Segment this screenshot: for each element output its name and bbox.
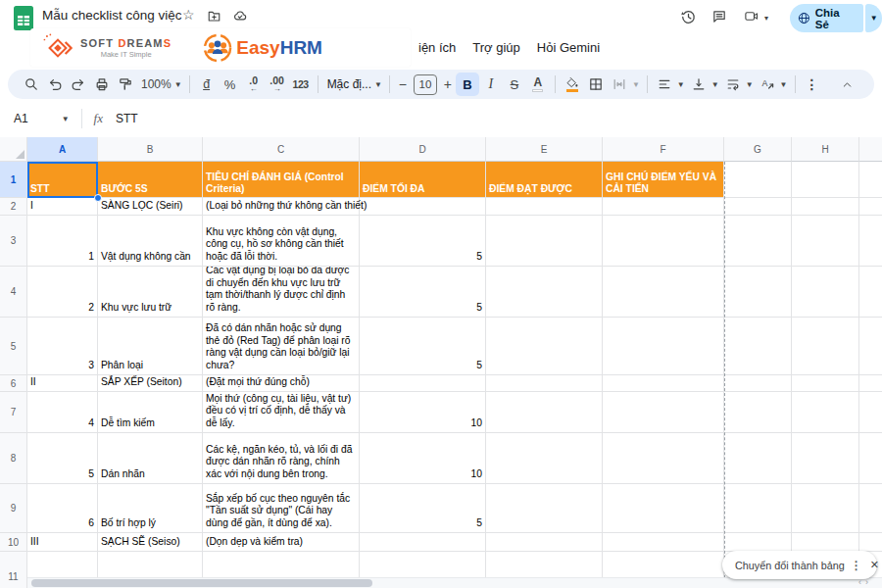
- cell[interactable]: 1: [27, 216, 98, 267]
- cell[interactable]: [486, 216, 603, 267]
- cell[interactable]: [792, 318, 859, 375]
- font-dropdown-icon[interactable]: ▼: [374, 80, 382, 89]
- cell[interactable]: [792, 433, 859, 484]
- borders-button[interactable]: [584, 73, 608, 96]
- row-header-5[interactable]: 5: [0, 318, 27, 375]
- undo-icon[interactable]: [43, 73, 67, 96]
- column-header-E[interactable]: E: [486, 137, 603, 162]
- version-history-icon[interactable]: [680, 9, 697, 28]
- cell[interactable]: [859, 216, 882, 267]
- cell[interactable]: 5: [360, 318, 486, 375]
- cell[interactable]: GHI CHÚ ĐIỂM YẾU VÀ CẢI TIẾN: [603, 162, 724, 198]
- comments-icon[interactable]: [711, 9, 727, 27]
- column-header-G[interactable]: G: [724, 137, 792, 162]
- row-header-8[interactable]: 8: [0, 433, 27, 484]
- column-header-B[interactable]: B: [98, 137, 203, 162]
- cell[interactable]: 6: [27, 484, 98, 533]
- cell[interactable]: [859, 433, 882, 484]
- menu-item-extensions[interactable]: iện ích: [418, 40, 456, 55]
- strikethrough-button[interactable]: S: [503, 73, 526, 96]
- cell[interactable]: [486, 533, 603, 552]
- cell[interactable]: [603, 375, 724, 392]
- paint-format-icon[interactable]: [114, 73, 137, 96]
- cell[interactable]: Vật dụng không cần: [98, 216, 203, 267]
- cell[interactable]: [724, 216, 792, 267]
- cell[interactable]: [792, 375, 859, 392]
- column-header-D[interactable]: D: [360, 137, 486, 162]
- cell[interactable]: III: [27, 533, 98, 552]
- cell[interactable]: [360, 375, 486, 392]
- cell[interactable]: [724, 484, 792, 533]
- cell[interactable]: ĐIỂM ĐẠT ĐƯỢC: [486, 162, 603, 198]
- font-size-input[interactable]: 10: [414, 74, 437, 95]
- zoom-control[interactable]: 100%: [141, 77, 172, 91]
- formula-bar-input[interactable]: STT: [116, 112, 138, 125]
- cell[interactable]: Sắp xếp bố cục theo nguyên tắc "Tần suất…: [203, 484, 360, 533]
- column-header-C[interactable]: C: [203, 137, 360, 162]
- cell[interactable]: [603, 198, 724, 216]
- cell[interactable]: (Dọn dẹp và kiểm tra): [203, 533, 360, 552]
- move-folder-icon[interactable]: [207, 9, 221, 26]
- italic-button[interactable]: I: [479, 73, 503, 96]
- text-color-button[interactable]: A: [526, 73, 550, 96]
- cell[interactable]: [859, 318, 882, 375]
- row-header-1[interactable]: 1: [0, 162, 27, 198]
- cell[interactable]: [859, 267, 882, 318]
- cell[interactable]: [792, 198, 859, 216]
- cell[interactable]: I: [27, 198, 98, 216]
- cell[interactable]: Khu vực không còn vật dụng, công cụ, hồ …: [203, 216, 360, 267]
- cell[interactable]: [486, 267, 603, 318]
- row-header-4[interactable]: 4: [0, 267, 27, 318]
- cell[interactable]: [792, 267, 859, 318]
- share-dropdown-button[interactable]: ▼: [865, 4, 882, 32]
- fill-handle[interactable]: [94, 194, 102, 202]
- row-header-9[interactable]: 9: [0, 484, 27, 533]
- cell[interactable]: [486, 198, 603, 216]
- cloud-status-icon[interactable]: [232, 9, 248, 26]
- cell[interactable]: 5: [360, 216, 486, 267]
- cell[interactable]: [792, 533, 859, 552]
- decrease-decimal-button[interactable]: .0←: [242, 73, 266, 96]
- vertical-align-dropdown-icon[interactable]: ▼: [711, 80, 719, 89]
- cell[interactable]: [792, 484, 859, 533]
- collapse-toolbar-icon[interactable]: [835, 73, 858, 96]
- column-header-F[interactable]: F: [603, 137, 724, 162]
- cell[interactable]: 4: [27, 392, 98, 433]
- cell[interactable]: Đã có dán nhãn hoặc sử dụng thẻ đỏ (Red …: [203, 318, 360, 375]
- font-family-select[interactable]: Mặc đị...: [327, 77, 371, 91]
- cell[interactable]: [603, 533, 724, 552]
- cell[interactable]: [486, 375, 603, 392]
- document-title[interactable]: Mẫu checklist công việc: [42, 8, 182, 23]
- horizontal-align-button[interactable]: [653, 73, 676, 96]
- pill-close-icon[interactable]: ✕: [870, 559, 879, 571]
- column-header-partial[interactable]: [859, 137, 882, 162]
- increase-font-size-button[interactable]: +: [440, 76, 456, 92]
- cell[interactable]: Các vật dụng bị loại bỏ đã được di chuyể…: [203, 267, 360, 318]
- cell[interactable]: (Loại bỏ những thứ không cần thiết): [203, 198, 360, 216]
- cell[interactable]: 10: [360, 392, 486, 433]
- cell[interactable]: [792, 162, 859, 198]
- cell[interactable]: [724, 267, 792, 318]
- horizontal-align-dropdown-icon[interactable]: ▼: [677, 80, 685, 89]
- cell[interactable]: [486, 392, 603, 433]
- redo-icon[interactable]: [67, 73, 90, 96]
- cell[interactable]: Mọi thứ (công cụ, tài liệu, vật tư) đều …: [203, 392, 360, 433]
- cell[interactable]: TIÊU CHÍ ĐÁNH GIÁ (Control Criteria): [203, 162, 360, 198]
- menu-item-gemini[interactable]: Hỏi Gemini: [537, 40, 600, 55]
- decrease-font-size-button[interactable]: −: [395, 76, 411, 92]
- cell[interactable]: 5: [360, 484, 486, 533]
- video-call-icon[interactable]: [743, 9, 760, 26]
- star-icon[interactable]: ☆: [182, 8, 195, 22]
- horizontal-scrollbar-thumb[interactable]: [31, 579, 372, 587]
- cell[interactable]: [724, 375, 792, 392]
- cell[interactable]: [724, 162, 792, 198]
- cell[interactable]: [859, 484, 882, 533]
- cell[interactable]: [360, 533, 486, 552]
- select-all-corner[interactable]: [0, 137, 27, 162]
- video-call-dropdown-icon[interactable]: ▾: [764, 12, 768, 25]
- cell[interactable]: [724, 433, 792, 484]
- cell[interactable]: SẮP XẾP (Seiton): [98, 375, 203, 392]
- increase-decimal-button[interactable]: .00→: [266, 73, 289, 96]
- text-wrapping-button[interactable]: [721, 73, 745, 96]
- cell[interactable]: BƯỚC 5S: [98, 162, 203, 198]
